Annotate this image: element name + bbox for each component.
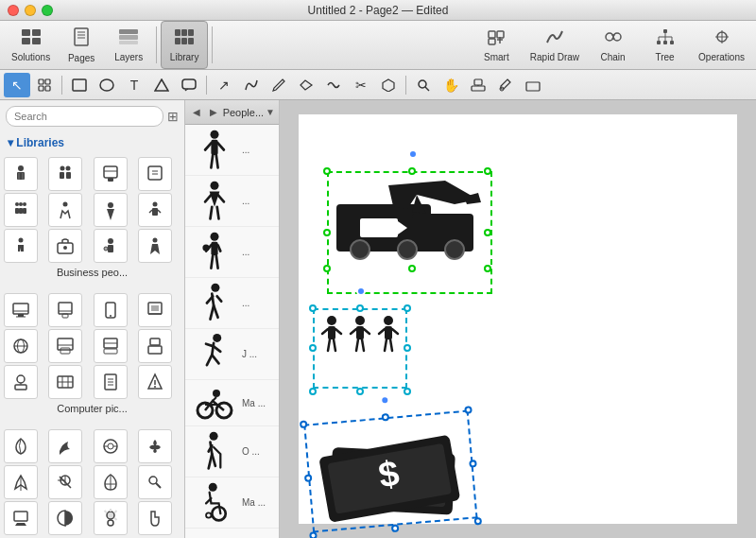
symbol-icon (191, 481, 238, 524)
panel-back-button[interactable]: ◀ (189, 105, 204, 120)
tree-icon (655, 28, 676, 50)
people-group[interactable] (318, 313, 403, 387)
lib-item[interactable] (4, 229, 38, 263)
window-controls[interactable] (8, 5, 53, 16)
minimize-button[interactable] (25, 5, 36, 16)
lib-item[interactable] (94, 193, 128, 227)
symbol-item-cycling[interactable]: Ma ... (185, 380, 279, 426)
tool-stamp[interactable] (465, 73, 491, 97)
lib-item[interactable] (94, 157, 128, 191)
lib-item[interactable] (48, 329, 82, 363)
handle-mr (404, 344, 411, 352)
tool-rect[interactable] (66, 73, 93, 97)
tool-eraser[interactable] (520, 73, 546, 97)
lib-item[interactable] (138, 193, 172, 227)
lib-item[interactable] (48, 501, 82, 535)
panel-forward-button[interactable]: ▶ (206, 105, 221, 120)
layers-icon (118, 28, 139, 50)
lib-item[interactable] (48, 365, 82, 399)
toolbar-layers[interactable]: Layers (105, 21, 152, 69)
lib-item[interactable] (94, 365, 128, 399)
symbol-item-wheelchair[interactable]: Ma ... (185, 477, 279, 529)
toolbar-chain[interactable]: Chain (587, 21, 639, 69)
lib-item[interactable] (4, 157, 38, 191)
lib-item[interactable] (4, 429, 38, 463)
toolbar-tree[interactable]: Tree (639, 21, 691, 69)
lib-item[interactable] (138, 229, 172, 263)
svg-point-148 (211, 182, 219, 190)
money-group[interactable]: $ (309, 415, 473, 530)
lib-item[interactable] (94, 465, 128, 499)
lib-item[interactable] (4, 465, 38, 499)
svg-rect-18 (497, 31, 504, 38)
lib-item[interactable] (48, 229, 82, 263)
lib-item[interactable] (94, 229, 128, 263)
handle-ml (323, 229, 331, 236)
lib-item[interactable] (4, 365, 38, 399)
tool-balloon[interactable] (176, 73, 202, 97)
truck-plane-group[interactable] (332, 176, 483, 264)
tool-arrow[interactable]: ↗ (211, 73, 237, 97)
rotate-handle[interactable] (356, 286, 366, 296)
tool-shape3[interactable] (375, 73, 402, 97)
lib-item[interactable] (138, 501, 172, 535)
close-button[interactable] (8, 5, 19, 16)
symbol-item-elderly[interactable]: O ... (185, 426, 279, 477)
tool-eyedrop[interactable] (492, 73, 519, 97)
svg-point-136 (107, 512, 114, 519)
canvas-area[interactable]: $ (280, 100, 756, 538)
symbol-item-balloon[interactable]: ... (185, 227, 279, 278)
tool-freeform[interactable] (320, 73, 347, 97)
symbol-item-walking[interactable]: ... (185, 278, 279, 329)
toolbar-operations[interactable]: Operations (691, 21, 752, 69)
lib-item[interactable] (138, 157, 172, 191)
lib-item[interactable] (48, 293, 82, 327)
search-settings-icon[interactable]: ⊞ (167, 109, 179, 124)
tool-text[interactable]: T (121, 73, 147, 97)
lib-item[interactable] (48, 465, 82, 499)
toolbar-rapid-draw[interactable]: Rapid Draw (523, 21, 587, 69)
lib-item[interactable] (48, 157, 82, 191)
libraries-header[interactable]: ▾ Libraries (0, 132, 184, 153)
lib-item[interactable] (4, 293, 38, 327)
svg-point-181 (327, 316, 336, 325)
lib-item[interactable] (48, 193, 82, 227)
toolbar-solutions[interactable]: Solutions (4, 21, 58, 69)
lib-item[interactable] (138, 365, 172, 399)
tool-search[interactable] (410, 73, 437, 97)
tool-ellipse[interactable] (94, 73, 120, 97)
tool-select[interactable]: ↖ (4, 73, 30, 97)
rotate-handle[interactable] (380, 395, 390, 406)
tool-scissors[interactable]: ✂ (348, 73, 374, 97)
toolbar-library[interactable]: Library (161, 21, 208, 69)
tool-curve[interactable] (238, 73, 265, 97)
tool-shape2[interactable] (148, 73, 175, 97)
toolbar-pages[interactable]: Pages (58, 21, 105, 69)
tool-bend[interactable] (293, 73, 319, 97)
lib-item[interactable] (94, 429, 128, 463)
tool-select2[interactable] (31, 73, 58, 97)
lib-item[interactable] (94, 501, 128, 535)
handle-tl (300, 421, 308, 429)
lib-item[interactable] (138, 465, 172, 499)
lib-item[interactable] (4, 501, 38, 535)
symbol-item-man1[interactable]: ... (185, 125, 279, 176)
panel-expand-button[interactable]: ▼ (266, 107, 275, 117)
lib-item[interactable] (94, 329, 128, 363)
symbol-item-jumping[interactable]: J ... (185, 329, 279, 380)
tool-pan[interactable]: ✋ (438, 73, 464, 97)
lib-item[interactable] (138, 429, 172, 463)
rotate-handle[interactable] (408, 149, 418, 159)
lib-item[interactable] (48, 429, 82, 463)
toolbar-smart[interactable]: Smart (471, 21, 523, 69)
search-input[interactable] (6, 106, 163, 127)
tool-pen[interactable] (266, 73, 292, 97)
lib-item[interactable] (4, 329, 38, 363)
maximize-button[interactable] (42, 5, 53, 16)
lib-item[interactable] (4, 193, 38, 227)
lib-item[interactable] (138, 293, 172, 327)
lib-item[interactable] (94, 293, 128, 327)
lib-item[interactable] (138, 329, 172, 363)
svg-point-57 (60, 166, 65, 171)
symbol-item-woman[interactable]: ... (185, 176, 279, 227)
